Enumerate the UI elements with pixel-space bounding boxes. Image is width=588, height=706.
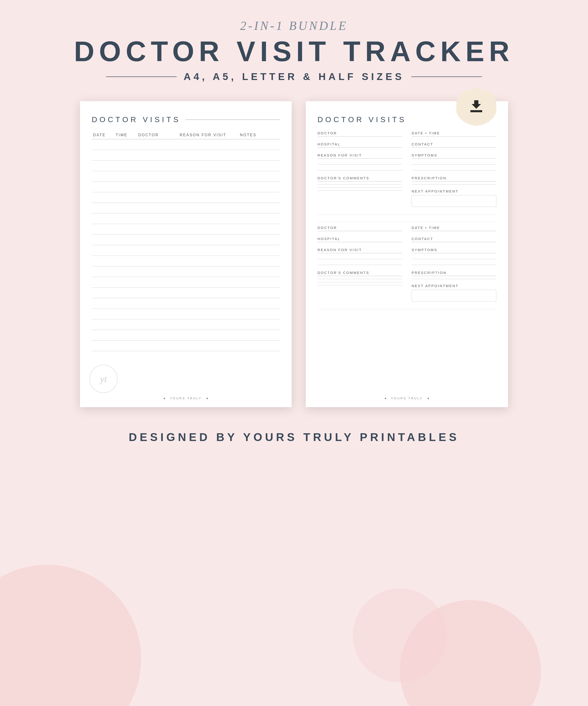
next-appointment-box-2[interactable]: [412, 290, 496, 302]
table-row: [92, 341, 280, 351]
label-hospital-1: HOSPITAL: [318, 142, 402, 146]
table-cell: [92, 213, 114, 224]
table-cell: [137, 235, 178, 245]
table-row: [92, 235, 280, 245]
table-cell: [239, 192, 280, 203]
table-cell: [137, 192, 178, 203]
table-cell: [178, 287, 239, 298]
table-cell: [137, 309, 178, 319]
table-cell: [92, 160, 114, 171]
table-cell: [92, 139, 114, 150]
form-row-1-2: HOSPITAL CONTACT: [318, 142, 496, 150]
right-page-title: DOCTOR VISITS: [318, 115, 407, 124]
form-col-comments-1: DOCTOR'S COMMENTS: [318, 176, 402, 207]
form-col-extra-1a: [318, 164, 402, 167]
line-comments-1c: [318, 187, 402, 188]
form-section-2: DOCTOR DATE • TIME HOSPITAL CONTACT: [318, 226, 496, 309]
header-sizes: A4, A5, LETTER & HALF SIZES: [184, 71, 405, 82]
header-divider-row: A4, A5, LETTER & HALF SIZES: [24, 71, 564, 82]
table-cell: [92, 287, 114, 298]
table-cell: [239, 330, 280, 341]
table-cell: [137, 266, 178, 277]
svg-marker-2: [472, 100, 481, 109]
table-cell: [178, 309, 239, 319]
label-comments-2: DOCTOR'S COMMENTS: [318, 271, 402, 275]
next-appointment-group-1: NEXT APPOINTMENT: [412, 189, 496, 207]
label-doctor-2: DOCTOR: [318, 226, 402, 230]
form-col-symptoms-2: SYMPTOMS: [412, 248, 496, 256]
line-datetime-1: [412, 136, 496, 136]
section-divider: [318, 222, 496, 222]
table-row: [92, 224, 280, 235]
table-cell: [137, 330, 178, 341]
next-appointment-box-1[interactable]: [412, 195, 496, 207]
table-cell: [178, 192, 239, 203]
form-row-2-4: [318, 259, 496, 262]
left-page-footer: YOURS TRULY: [80, 397, 292, 400]
table-cell: [137, 224, 178, 235]
table-cell: [92, 330, 114, 341]
col-header-doctor: DOCTOR: [137, 131, 178, 139]
table-cell: [239, 224, 280, 235]
table-cell: [178, 139, 239, 150]
download-icon: [468, 99, 485, 115]
table-cell: [92, 192, 114, 203]
line-comments-1b: [318, 184, 402, 185]
line-prescription-1b: [412, 184, 496, 185]
label-doctor-1: DOCTOR: [318, 131, 402, 135]
label-datetime-1: DATE • TIME: [412, 131, 496, 135]
table-row: [92, 298, 280, 309]
table-cell: [178, 256, 239, 266]
line-extra-1d: [412, 170, 496, 170]
table-cell: [92, 309, 114, 319]
header-subtitle: 2-IN-1 BUNDLE: [24, 19, 564, 33]
table-cell: [92, 150, 114, 160]
right-page-footer: YOURS TRULY: [306, 397, 508, 400]
footer-brand-right: YOURS TRULY: [391, 397, 423, 400]
table-row: [92, 139, 280, 150]
table-row: [92, 192, 280, 203]
table-cell: [92, 319, 114, 330]
visit-table: DATE TIME DOCTOR REASON FOR VISIT NOTES: [92, 131, 280, 351]
table-cell: [137, 298, 178, 309]
table-cell: [92, 203, 114, 213]
label-next-appointment-1: NEXT APPOINTMENT: [412, 189, 496, 193]
table-cell: [137, 277, 178, 287]
label-reason-2: REASON FOR VISIT: [318, 248, 402, 252]
form-col-reason-2: REASON FOR VISIT: [318, 248, 402, 256]
watermark-initials: yt: [100, 374, 107, 385]
table-row: [92, 182, 280, 192]
table-cell: [178, 171, 239, 182]
header-divider-left: [106, 76, 177, 77]
table-cell: [239, 139, 280, 150]
table-cell: [178, 330, 239, 341]
table-cell: [239, 277, 280, 287]
table-cell: [239, 235, 280, 245]
bottom-footer-text: DESIGNED BY YOURS TRULY PRINTABLES: [24, 431, 564, 444]
label-next-appointment-2: NEXT APPOINTMENT: [412, 284, 496, 288]
table-cell: [137, 341, 178, 351]
form-row-1-3: REASON FOR VISIT SYMPTOMS: [318, 153, 496, 161]
line-prescription-1: [412, 181, 496, 182]
header-title: DOCTOR VISIT TRACKER: [24, 35, 564, 68]
table-cell: [239, 298, 280, 309]
table-cell: [92, 235, 114, 245]
col-header-notes: NOTES: [239, 131, 280, 139]
table-row: [92, 203, 280, 213]
line-symptoms-2: [412, 253, 496, 253]
bg-decoration-1: [0, 565, 141, 706]
form-col-extra-1c: [318, 170, 402, 173]
table-cell: [114, 203, 137, 213]
line-reason-2: [318, 253, 402, 253]
table-cell: [239, 245, 280, 256]
table-cell: [92, 341, 114, 351]
left-page: DOCTOR VISITS DATE TIME DOCTOR REASON FO…: [80, 101, 292, 407]
line-comments-1d: [318, 190, 402, 191]
watermark: yt: [89, 365, 118, 393]
table-cell: [114, 213, 137, 224]
table-cell: [137, 160, 178, 171]
table-cell: [114, 309, 137, 319]
table-cell: [92, 256, 114, 266]
table-cell: [114, 192, 137, 203]
table-cell: [239, 341, 280, 351]
